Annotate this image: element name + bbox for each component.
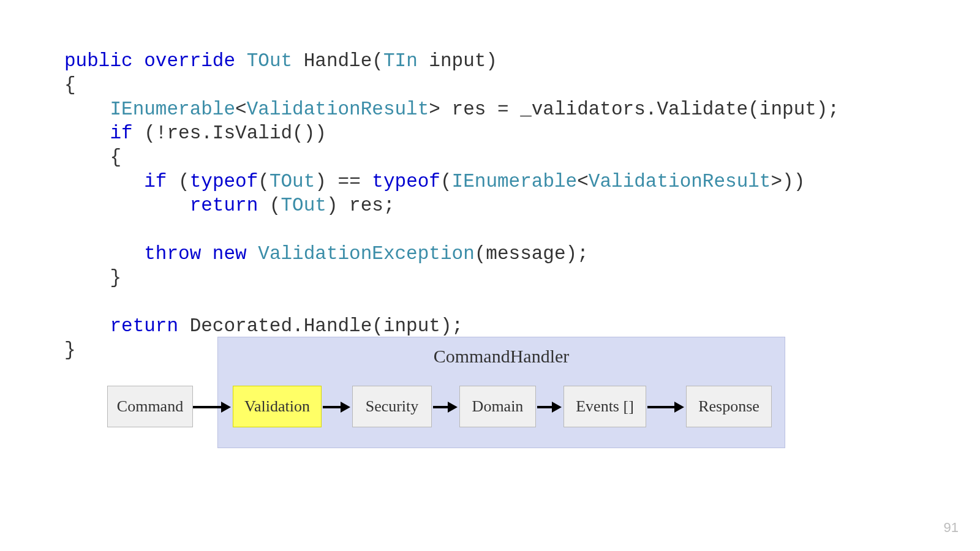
code-token (64, 243, 144, 264)
arrow-icon (537, 404, 562, 410)
code-token: ( (258, 171, 270, 192)
page-number: 91 (944, 520, 959, 536)
node-validation: Validation (233, 386, 322, 427)
code-token: ( (167, 171, 189, 192)
code-token (133, 50, 145, 72)
node-command: Command (107, 386, 193, 427)
code-token (201, 243, 213, 264)
code-token: return (190, 195, 258, 216)
arrow-icon (647, 404, 684, 410)
code-token: (!res.IsValid()) (133, 122, 326, 144)
code-token: ValidationException (258, 243, 474, 264)
code-token: if (144, 171, 167, 192)
node-security: Security (352, 386, 432, 427)
code-token: ( (440, 171, 452, 192)
code-token: IEnumerable (452, 171, 578, 192)
code-token: Handle( (292, 50, 383, 72)
code-token: ) == (315, 171, 372, 192)
code-token: ) res; (326, 195, 395, 216)
code-token: (message); (475, 243, 589, 264)
code-token: { (64, 146, 121, 168)
code-token: TIn (383, 50, 418, 72)
code-token: if (110, 122, 132, 144)
code-token: typeof (190, 171, 258, 192)
code-token: input) (418, 50, 497, 72)
code-token: } (64, 339, 76, 361)
code-token: < (577, 171, 589, 192)
code-token (247, 243, 258, 264)
arrow-icon (323, 404, 350, 410)
code-token: return (110, 315, 178, 337)
code-block: public override TOut Handle(TIn input) {… (64, 49, 839, 362)
code-token: override (144, 50, 235, 72)
code-token: { (64, 74, 76, 96)
code-token (64, 171, 144, 192)
code-token: public (64, 50, 133, 72)
code-token: TOut (270, 171, 315, 192)
node-response: Response (686, 386, 772, 427)
code-token: throw (144, 243, 201, 264)
code-token: TOut (247, 50, 292, 72)
code-token: new (213, 243, 247, 264)
code-token: } (64, 267, 121, 288)
code-token: IEnumerable (110, 99, 235, 120)
arrow-icon (433, 404, 458, 410)
code-token: ValidationResult (247, 99, 429, 120)
node-domain: Domain (459, 386, 536, 427)
code-token: > res = _validators.Validate(input); (429, 99, 839, 120)
code-token (64, 195, 190, 216)
code-token: ValidationResult (589, 171, 771, 192)
command-handler-label: CommandHandler (218, 346, 785, 367)
code-token (64, 315, 110, 337)
slide: public override TOut Handle(TIn input) {… (0, 0, 980, 551)
code-token: < (235, 99, 247, 120)
arrow-icon (193, 404, 231, 410)
code-token: typeof (372, 171, 440, 192)
code-token: ( (258, 195, 281, 216)
code-token: >)) (771, 171, 805, 192)
code-token (64, 99, 110, 120)
node-events: Events [] (564, 386, 646, 427)
code-token: TOut (281, 195, 326, 216)
code-token (235, 50, 247, 72)
code-token (64, 122, 110, 144)
pipeline-diagram: CommandHandler Command Validation Securi… (107, 337, 873, 450)
code-token: Decorated.Handle(input); (178, 315, 463, 337)
